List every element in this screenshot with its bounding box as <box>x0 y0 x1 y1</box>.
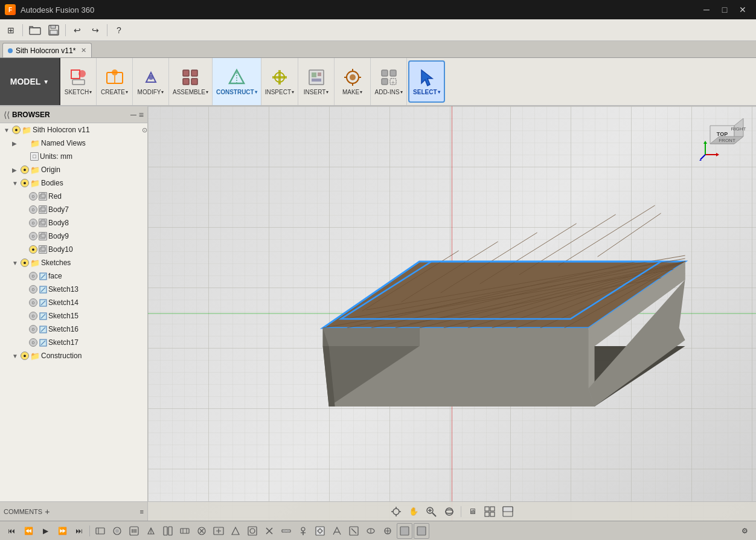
timeline-btn-9[interactable] <box>228 523 243 539</box>
document-tab[interactable]: Sith Holocron v11* ✕ <box>2 43 92 57</box>
timeline-btn-13[interactable] <box>295 523 311 539</box>
timeline-btn-8[interactable] <box>211 523 226 539</box>
browser-collapse-button[interactable]: ⟨⟨ <box>4 110 10 120</box>
visibility-bulb-sketches[interactable]: ● <box>21 259 29 267</box>
tree-item-sketch16[interactable]: ○Sketch16 <box>0 323 147 336</box>
visibility-bulb-body7[interactable]: ○ <box>29 205 37 214</box>
open-button[interactable] <box>26 22 44 39</box>
browser-minimize-button[interactable]: ─ <box>130 110 136 120</box>
sketch-group[interactable]: SKETCH▾ <box>60 58 97 105</box>
visibility-bulb-sketch13[interactable]: ○ <box>29 285 37 294</box>
first-frame-button[interactable]: ⏮ <box>4 523 19 539</box>
model-dropdown-button[interactable]: MODEL ▼ <box>0 58 60 105</box>
visibility-bulb-bodies[interactable]: ● <box>21 179 29 187</box>
maximize-button[interactable]: □ <box>716 3 733 16</box>
assemble-group[interactable]: ASSEMBLE▾ <box>169 58 213 105</box>
timeline-btn-20[interactable] <box>414 523 429 539</box>
visibility-bulb-construction[interactable]: ● <box>21 352 29 360</box>
grid-view-button[interactable]: ⊞ <box>2 22 19 39</box>
timeline-btn-12[interactable] <box>278 523 294 539</box>
orbit-button[interactable] <box>441 504 457 519</box>
tree-item-bodies[interactable]: ▼●📁Bodies <box>0 176 147 190</box>
minimize-button[interactable]: ─ <box>698 3 715 16</box>
addins-group[interactable]: + ADD-INS▾ <box>371 58 407 105</box>
tree-item-origin[interactable]: ▶●📁Origin <box>0 163 147 176</box>
tree-extra-root[interactable]: ⊙ <box>142 126 147 134</box>
browser-options-button[interactable]: ≡ <box>139 110 144 120</box>
add-comment-button[interactable]: + <box>45 507 50 516</box>
timeline-btn-10[interactable] <box>245 523 260 539</box>
timeline-btn-17[interactable] <box>363 523 379 539</box>
tree-item-body7[interactable]: ○Body7 <box>0 203 147 216</box>
visibility-bulb-red[interactable]: ○ <box>29 192 37 201</box>
timeline-btn-4[interactable] <box>143 523 159 539</box>
grid-button[interactable] <box>482 504 498 519</box>
timeline-btn-16[interactable] <box>346 523 362 539</box>
timeline-btn-3[interactable] <box>126 523 142 539</box>
tree-item-units[interactable]: □Units: mm <box>0 150 147 163</box>
create-group[interactable]: CREATE▾ <box>97 58 133 105</box>
construct-group[interactable]: CONSTRUCT▾ <box>213 58 261 105</box>
pan-button[interactable]: ✋ <box>406 504 421 519</box>
visibility-bulb-origin[interactable]: ● <box>21 166 29 174</box>
timeline-btn-7[interactable] <box>194 523 210 539</box>
timeline-btn-6[interactable] <box>177 523 193 539</box>
visibility-bulb-face[interactable]: ○ <box>29 272 37 280</box>
play-button[interactable]: ▶ <box>37 523 53 539</box>
comments-label: COMMENTS <box>4 508 42 515</box>
tree-item-face[interactable]: ○face <box>0 269 147 283</box>
save-button[interactable] <box>45 22 62 39</box>
display-mode-button[interactable]: 🖥 <box>465 504 479 519</box>
visibility-bulb-body10[interactable]: ● <box>29 245 37 254</box>
visibility-bulb-sketch16[interactable]: ○ <box>29 325 37 333</box>
zoom-button[interactable] <box>423 504 439 519</box>
timeline-btn-1[interactable] <box>92 523 108 539</box>
redo-button[interactable]: ↪ <box>87 22 104 39</box>
tree-item-construction[interactable]: ▼●📁Construction <box>0 349 147 362</box>
undo-button[interactable]: ↩ <box>69 22 86 39</box>
visibility-bulb-body9[interactable]: ○ <box>29 232 37 240</box>
timeline-btn-19[interactable] <box>397 523 412 539</box>
tree-item-sketch13[interactable]: ○Sketch13 <box>0 283 147 296</box>
sidebar-expand-button[interactable]: ≡ <box>140 508 144 515</box>
tree-item-red[interactable]: ○Red <box>0 190 147 203</box>
visibility-bulb-sketch17[interactable]: ○ <box>29 338 37 347</box>
tree-item-sketch14[interactable]: ○Sketch14 <box>0 296 147 309</box>
timeline-btn-5[interactable] <box>160 523 176 539</box>
timeline-btn-18[interactable] <box>380 523 396 539</box>
tree-item-body10[interactable]: ●Body10 <box>0 243 147 256</box>
insert-group[interactable]: INSERT▾ <box>298 58 335 105</box>
visibility-bulb-root[interactable]: ● <box>12 126 21 134</box>
tree-item-sketches[interactable]: ▼●📁Sketches <box>0 256 147 269</box>
visibility-bulb-sketch15[interactable]: ○ <box>29 312 37 320</box>
visibility-bulb-body8[interactable]: ○ <box>29 219 37 227</box>
inspect-group[interactable]: INSPECT▾ <box>261 58 298 105</box>
environment-button[interactable] <box>500 504 516 519</box>
tree-item-sketch15[interactable]: ○Sketch15 <box>0 309 147 323</box>
viewport[interactable]: TOP RIGHT FRONT <box>148 106 756 521</box>
tab-close-button[interactable]: ✕ <box>81 47 86 54</box>
settings-button[interactable]: ⚙ <box>737 523 752 539</box>
help-button[interactable]: ? <box>111 22 127 39</box>
select-group[interactable]: SELECT▾ <box>408 60 444 103</box>
timeline-btn-2[interactable] <box>109 523 125 539</box>
last-frame-button[interactable]: ⏭ <box>71 523 87 539</box>
tree-item-body9[interactable]: ○Body9 <box>0 230 147 243</box>
viewcube[interactable]: TOP RIGHT FRONT <box>698 114 746 162</box>
next-frame-button[interactable]: ⏩ <box>54 523 70 539</box>
timeline-btn-11[interactable] <box>261 523 277 539</box>
fit-button[interactable] <box>388 504 404 519</box>
prev-frame-button[interactable]: ⏪ <box>21 523 36 539</box>
tree-item-sketch17[interactable]: ○Sketch17 <box>0 336 147 349</box>
tree-item-named_views[interactable]: ▶📁Named Views <box>0 137 147 150</box>
browser-bottom: COMMENTS + ≡ <box>0 501 147 521</box>
timeline-btn-14[interactable] <box>312 523 328 539</box>
close-button[interactable]: ✕ <box>734 3 751 16</box>
visibility-bulb-sketch14[interactable]: ○ <box>29 298 37 307</box>
titlebar-controls[interactable]: ─ □ ✕ <box>698 3 751 16</box>
tree-item-body8[interactable]: ○Body8 <box>0 216 147 230</box>
make-group[interactable]: MAKE▾ <box>335 58 371 105</box>
tree-item-root[interactable]: ▼●📁Sith Holocron v11⊙ <box>0 123 147 137</box>
timeline-btn-15[interactable] <box>329 523 345 539</box>
modify-group[interactable]: MODIFY▾ <box>133 58 169 105</box>
